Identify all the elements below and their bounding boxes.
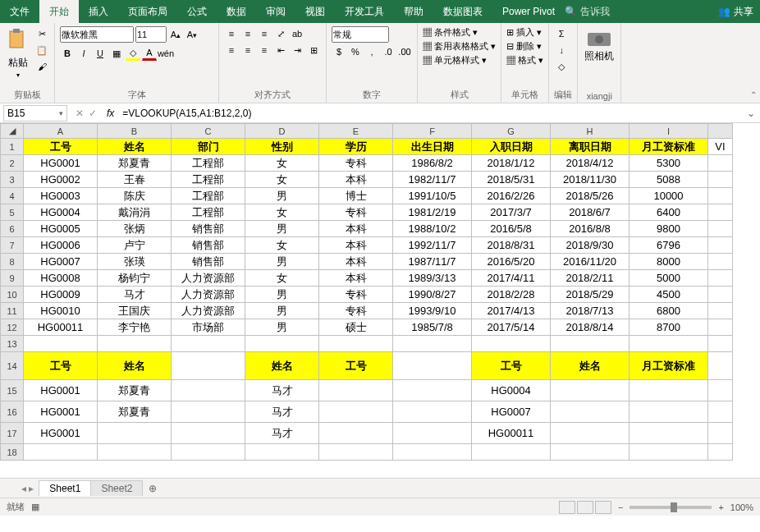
cell[interactable]: [319, 380, 393, 401]
italic-button[interactable]: I: [76, 46, 91, 61]
font-size-select[interactable]: [135, 26, 167, 43]
cell[interactable]: 本科: [319, 237, 393, 254]
cell[interactable]: [708, 221, 733, 237]
cell[interactable]: HG0007: [472, 401, 551, 423]
cell[interactable]: 2017/4/11: [472, 270, 551, 287]
cell[interactable]: 工号: [24, 352, 98, 380]
row-header[interactable]: 15: [1, 380, 24, 401]
cell[interactable]: 王国庆: [98, 303, 172, 319]
col-header[interactable]: A: [24, 124, 98, 139]
add-sheet-button[interactable]: ⊕: [142, 483, 163, 494]
row-header[interactable]: 12: [1, 319, 24, 336]
cell[interactable]: HG0001: [24, 155, 98, 172]
cell[interactable]: [630, 401, 708, 423]
cell[interactable]: [630, 423, 708, 444]
tab-review[interactable]: 审阅: [256, 0, 295, 23]
cell[interactable]: 马才: [98, 287, 172, 303]
cell[interactable]: 女: [245, 204, 319, 221]
format-cells-button[interactable]: ▦ 格式 ▾: [506, 54, 543, 66]
cell[interactable]: HG0005: [24, 221, 98, 237]
cell[interactable]: HG0004: [472, 380, 551, 401]
cell[interactable]: 郑夏青: [98, 380, 172, 401]
col-header[interactable]: C: [172, 124, 245, 139]
cell[interactable]: HG0007: [24, 254, 98, 270]
cell[interactable]: 专科: [319, 204, 393, 221]
cell[interactable]: 马才: [245, 423, 319, 444]
comma-button[interactable]: ,: [364, 44, 379, 59]
cell[interactable]: [245, 444, 319, 461]
col-header[interactable]: [708, 124, 733, 139]
cell[interactable]: [708, 380, 733, 401]
cell[interactable]: 销售部: [172, 221, 245, 237]
cell[interactable]: 月工资标准: [630, 139, 708, 155]
cell[interactable]: 专科: [319, 155, 393, 172]
cell[interactable]: 李宁艳: [98, 319, 172, 336]
cell[interactable]: 1992/11/7: [393, 237, 472, 254]
bold-button[interactable]: B: [60, 46, 75, 61]
cell[interactable]: 张炳: [98, 221, 172, 237]
cell[interactable]: 销售部: [172, 254, 245, 270]
cell[interactable]: 女: [245, 155, 319, 172]
cell[interactable]: [708, 423, 733, 444]
cell[interactable]: [393, 444, 472, 461]
insert-cells-button[interactable]: ⊞ 插入 ▾: [506, 26, 543, 39]
zoom-slider[interactable]: [630, 506, 712, 509]
fill-button[interactable]: ↓: [554, 43, 569, 57]
cell[interactable]: 女: [245, 172, 319, 188]
cell[interactable]: 男: [245, 303, 319, 319]
cell[interactable]: 2016/8/8: [551, 221, 630, 237]
col-header[interactable]: I: [630, 124, 708, 139]
cell[interactable]: 姓名: [98, 352, 172, 380]
cell[interactable]: 2016/11/20: [551, 254, 630, 270]
increase-indent-button[interactable]: ⇥: [290, 43, 304, 57]
number-format-select[interactable]: [332, 26, 389, 43]
cell[interactable]: 女: [245, 270, 319, 287]
cell[interactable]: 9800: [630, 221, 708, 237]
cell[interactable]: HG0002: [24, 172, 98, 188]
tab-layout[interactable]: 页面布局: [118, 0, 177, 23]
cell[interactable]: 男: [245, 188, 319, 204]
cell[interactable]: 2017/3/7: [472, 204, 551, 221]
cell[interactable]: 1986/8/2: [393, 155, 472, 172]
cell[interactable]: 郑夏青: [98, 155, 172, 172]
copy-button[interactable]: 📋: [34, 43, 49, 57]
cell[interactable]: 2016/5/20: [472, 254, 551, 270]
cell[interactable]: 性别: [245, 139, 319, 155]
conditional-format-button[interactable]: ▦ 条件格式 ▾: [423, 26, 496, 39]
cell[interactable]: 本科: [319, 221, 393, 237]
cell[interactable]: 本科: [319, 270, 393, 287]
cell[interactable]: 本科: [319, 172, 393, 188]
tab-view[interactable]: 视图: [295, 0, 335, 23]
cell[interactable]: 2017/4/13: [472, 303, 551, 319]
cell[interactable]: [708, 401, 733, 423]
sheet-nav[interactable]: ◂ ▸: [16, 483, 39, 494]
tab-formulas[interactable]: 公式: [177, 0, 217, 23]
row-header[interactable]: 8: [1, 254, 24, 270]
cell[interactable]: [708, 319, 733, 336]
cell[interactable]: 张瑛: [98, 254, 172, 270]
increase-decimal-button[interactable]: .0: [381, 44, 396, 59]
cell[interactable]: HG00011: [472, 423, 551, 444]
cell[interactable]: 工程部: [172, 204, 245, 221]
row-header[interactable]: 18: [1, 444, 24, 461]
cell[interactable]: HG0001: [24, 401, 98, 423]
cell[interactable]: [551, 401, 630, 423]
cell[interactable]: [551, 336, 630, 352]
tab-dev[interactable]: 开发工具: [335, 0, 394, 23]
cell[interactable]: 1987/11/7: [393, 254, 472, 270]
cell[interactable]: 2018/8/31: [472, 237, 551, 254]
row-header[interactable]: 1: [1, 139, 24, 155]
cell[interactable]: 2018/5/29: [551, 287, 630, 303]
cell[interactable]: [708, 444, 733, 461]
cell[interactable]: [708, 287, 733, 303]
row-header[interactable]: 17: [1, 423, 24, 444]
cell[interactable]: 工程部: [172, 155, 245, 172]
cell[interactable]: VI: [708, 139, 733, 155]
cell[interactable]: HG0009: [24, 287, 98, 303]
cell[interactable]: [172, 401, 245, 423]
cell[interactable]: [24, 336, 98, 352]
cell[interactable]: 女: [245, 237, 319, 254]
cell[interactable]: 戴涓涓: [98, 204, 172, 221]
tab-powerpivot[interactable]: Power Pivot: [492, 0, 565, 23]
cell[interactable]: 5000: [630, 270, 708, 287]
